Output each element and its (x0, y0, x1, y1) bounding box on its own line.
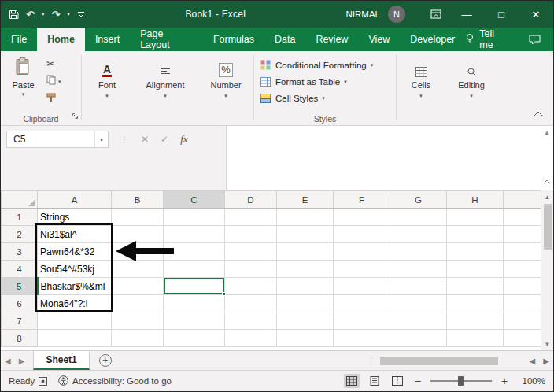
cell[interactable] (334, 330, 390, 347)
redo-caret-icon[interactable]: ▾ (67, 11, 70, 17)
cell[interactable] (38, 330, 112, 347)
row-header-7[interactable]: 7 (2, 312, 38, 330)
user-name[interactable]: NIRMAL (346, 9, 380, 19)
row-header-2[interactable]: 2 (2, 226, 38, 243)
row-header-8[interactable]: 8 (2, 330, 38, 347)
cell[interactable] (112, 261, 164, 278)
maximize-button[interactable]: □ (484, 1, 519, 28)
column-header-C[interactable]: C (164, 191, 225, 209)
cell[interactable] (164, 261, 225, 278)
scroll-up-icon[interactable]: ▲ (541, 190, 553, 203)
ribbon-display-options-icon[interactable] (423, 1, 449, 28)
cell[interactable] (504, 226, 541, 243)
scroll-right-icon[interactable]: ▶ (539, 357, 553, 365)
minimize-button[interactable]: — (449, 1, 484, 28)
column-header-D[interactable]: D (225, 191, 277, 209)
cell[interactable] (225, 330, 277, 347)
tab-splitter[interactable]: ⋮ (364, 356, 379, 366)
page-break-preview-button[interactable] (390, 374, 405, 388)
cell[interactable] (225, 312, 277, 330)
cell[interactable] (390, 226, 447, 243)
cell-A5[interactable]: Bhaskar$%&ml (38, 278, 112, 295)
cells-group-button[interactable]: Cells ▾ (397, 51, 445, 125)
row-header-5[interactable]: 5 (2, 278, 38, 295)
tab-data[interactable]: Data (264, 28, 305, 51)
paste-button[interactable]: Paste ▾ (5, 55, 42, 113)
cell[interactable] (447, 330, 504, 347)
cell[interactable] (225, 226, 277, 243)
cell[interactable] (164, 295, 225, 312)
redo-icon[interactable]: ↷ (51, 9, 60, 20)
formula-bar-collapse-icon[interactable] (543, 173, 551, 187)
scroll-left-icon[interactable]: ◀ (526, 357, 540, 365)
cell[interactable] (225, 278, 277, 295)
column-header-G[interactable]: G (390, 191, 447, 209)
clipboard-dialog-launcher-icon[interactable] (72, 109, 79, 123)
cell-A1[interactable]: Strings (38, 209, 112, 226)
fill-handle[interactable] (222, 292, 226, 296)
cell[interactable] (504, 330, 541, 347)
tell-me-box[interactable]: Tell me (465, 28, 529, 50)
vertical-scrollbar-thumb[interactable] (544, 204, 552, 250)
cell[interactable] (225, 261, 277, 278)
cell[interactable] (277, 209, 334, 226)
cell[interactable] (447, 312, 504, 330)
cell[interactable] (504, 209, 541, 226)
copy-button[interactable]: ▾ (46, 75, 61, 87)
cell[interactable] (447, 226, 504, 243)
cell[interactable] (277, 226, 334, 243)
row-header-4[interactable]: 4 (2, 261, 38, 278)
cell[interactable] (390, 330, 447, 347)
cell[interactable] (112, 330, 164, 347)
undo-icon[interactable]: ↶ (26, 9, 35, 20)
tab-review[interactable]: Review (305, 28, 358, 51)
row-header-3[interactable]: 3 (2, 243, 38, 261)
cell[interactable] (112, 209, 164, 226)
selected-cell-C5[interactable] (164, 278, 225, 295)
cell[interactable] (447, 278, 504, 295)
cell[interactable] (447, 261, 504, 278)
page-layout-view-button[interactable] (367, 374, 382, 388)
column-header-E[interactable]: E (277, 191, 334, 209)
horizontal-scrollbar-track[interactable] (379, 357, 526, 365)
zoom-in-button[interactable]: + (499, 375, 510, 386)
sheet-nav-left-icon[interactable]: ◀ (1, 357, 15, 365)
sheet-nav-right-icon[interactable]: ▶ (15, 357, 29, 365)
cell[interactable] (225, 295, 277, 312)
cell-A3[interactable]: Pawn64&*32 (38, 243, 112, 261)
cell[interactable] (112, 312, 164, 330)
tab-formulas[interactable]: Formulas (203, 28, 264, 51)
cell[interactable] (277, 278, 334, 295)
cell[interactable] (277, 295, 334, 312)
select-all-button[interactable] (2, 191, 38, 209)
cell-styles-button[interactable]: Cell Styles ▾ (260, 90, 396, 106)
save-icon[interactable] (9, 9, 19, 20)
cell[interactable] (504, 312, 541, 330)
customize-quick-access-icon[interactable] (77, 11, 85, 18)
cell[interactable] (277, 330, 334, 347)
cell-A6[interactable]: Mona64"?:l (38, 295, 112, 312)
normal-view-button[interactable] (344, 374, 360, 388)
macro-record-icon[interactable] (39, 377, 47, 386)
tab-home[interactable]: Home (37, 28, 85, 51)
row-header-1[interactable]: 1 (2, 209, 38, 226)
cell[interactable] (390, 209, 447, 226)
cell[interactable] (504, 295, 541, 312)
cell[interactable] (225, 209, 277, 226)
cell[interactable] (277, 312, 334, 330)
column-header-partial[interactable] (504, 191, 541, 209)
cell[interactable] (504, 261, 541, 278)
cell[interactable] (334, 278, 390, 295)
font-group-button[interactable]: A Font ▾ (82, 51, 132, 125)
formula-input[interactable]: ▲ (226, 126, 553, 190)
cell[interactable] (164, 243, 225, 261)
cell-A2[interactable]: Ni31$al^ (38, 226, 112, 243)
cell[interactable] (164, 209, 225, 226)
conditional-formatting-button[interactable]: Conditional Formatting ▾ (260, 57, 396, 73)
cell[interactable] (447, 243, 504, 261)
cell[interactable] (390, 243, 447, 261)
comment-icon[interactable] (529, 35, 553, 45)
add-sheet-button[interactable]: + (99, 354, 112, 367)
name-box[interactable]: C5 ▾ (6, 131, 109, 148)
cell[interactable] (164, 330, 225, 347)
